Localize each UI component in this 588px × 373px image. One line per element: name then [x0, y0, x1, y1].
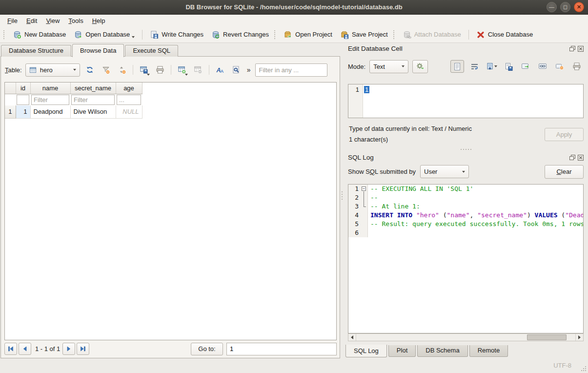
set-null-button[interactable] [553, 60, 567, 73]
float-panel-icon[interactable] [569, 155, 575, 161]
print-icon [572, 62, 581, 71]
goto-input[interactable] [226, 343, 337, 355]
fold-margin [361, 202, 368, 211]
write-changes-button[interactable]: Write Changes [146, 29, 207, 41]
resize-grip[interactable] [581, 366, 586, 371]
font-button[interactable]: AA [214, 63, 226, 76]
menu-item-tools[interactable]: Tools [64, 16, 87, 25]
previous-page-button[interactable] [19, 343, 31, 355]
scrollbar-thumb[interactable] [527, 334, 567, 340]
clear-sort-button[interactable] [116, 63, 128, 76]
filter-input-name[interactable] [31, 95, 69, 105]
close-icon[interactable]: ✕ [574, 2, 584, 12]
title-bar[interactable]: DB Browser for SQLite - /home/user/code/… [0, 0, 588, 15]
maximize-icon[interactable]: ◻ [560, 2, 570, 12]
table-hero: idnamesecret_nameage11DeadpondDive Wilso… [5, 83, 142, 119]
cell-id[interactable]: 1 [16, 105, 30, 118]
column-header-id[interactable]: id [16, 83, 30, 94]
import-data-button[interactable] [485, 60, 498, 73]
chevron-down-icon[interactable] [132, 36, 135, 38]
minimize-icon[interactable]: — [547, 2, 557, 12]
vertical-splitter[interactable] [341, 181, 343, 210]
scroll-left-icon[interactable] [348, 334, 356, 341]
table-select[interactable]: hero [25, 63, 80, 77]
apply-button[interactable]: Apply [545, 128, 584, 141]
grid-corner[interactable] [5, 83, 16, 94]
cell-age[interactable]: NULL [116, 105, 142, 118]
open-database-button[interactable]: Open Database [70, 29, 139, 41]
toolbar-handle[interactable] [3, 30, 6, 39]
clear-log-button[interactable]: Clear [545, 165, 584, 179]
toolbar-handle[interactable] [274, 30, 277, 39]
close-database-button[interactable]: Close Database [472, 29, 537, 41]
first-page-button[interactable] [4, 343, 17, 355]
filter-any-input[interactable] [255, 63, 327, 77]
save-project-button[interactable]: Save Project [336, 29, 392, 41]
close-panel-icon[interactable] [578, 46, 584, 52]
right-dock: Edit Database Cell Mode: Text [344, 43, 588, 358]
cell-secret-name[interactable]: Dive Wilson [70, 105, 116, 118]
cell-editor[interactable]: 1 1 [348, 84, 584, 118]
filter-input-id[interactable] [17, 95, 29, 105]
float-panel-icon[interactable] [569, 46, 575, 52]
menu-item-file[interactable]: File [3, 16, 22, 25]
cell-editor-content[interactable]: 1 [363, 84, 370, 118]
last-page-button[interactable] [77, 343, 89, 355]
dock-tab-db-schema[interactable]: DB Schema [417, 345, 467, 357]
save-table-button[interactable] [138, 63, 150, 76]
sql-source-select[interactable]: User [420, 165, 469, 178]
filter-input-secret-name[interactable] [71, 95, 115, 105]
sql-log-editor[interactable]: 1−-- EXECUTING ALL IN 'SQL 1'2--3-- At l… [348, 184, 584, 333]
menu-item-view[interactable]: View [41, 16, 64, 25]
close-panel-icon[interactable] [578, 155, 584, 161]
goto-button[interactable]: Go to: [191, 343, 223, 355]
sql-log-hscrollbar[interactable] [348, 333, 584, 341]
toolbar-separator [171, 65, 171, 75]
fold-marker-icon[interactable]: − [361, 185, 368, 193]
mode-select[interactable]: Text [369, 60, 408, 73]
dock-tab-remote[interactable]: Remote [469, 345, 508, 357]
tab-database-structure[interactable]: Database Structure [1, 45, 71, 57]
column-header-name[interactable]: name [30, 83, 70, 94]
menu-item-edit[interactable]: Edit [22, 16, 41, 25]
export-data-button[interactable] [502, 60, 515, 73]
refresh-button[interactable] [83, 63, 96, 76]
open-project-button[interactable]: Open Project [280, 29, 336, 41]
open-external-button[interactable] [519, 60, 532, 73]
dock-tab-plot[interactable]: Plot [388, 345, 416, 357]
print-table-button[interactable] [154, 63, 166, 76]
row-header[interactable]: 1 [5, 105, 16, 118]
next-page-button[interactable] [62, 343, 75, 355]
dock-tab-sql-log[interactable]: SQL Log [345, 345, 387, 357]
word-wrap-icon [470, 63, 479, 70]
tab-browse-data[interactable]: Browse Data [72, 44, 124, 57]
font-icon: AA [216, 65, 224, 74]
main-tab-bar: Database StructureBrowse DataExecute SQL [1, 43, 179, 57]
tab-execute-sql[interactable]: Execute SQL [125, 45, 178, 57]
text-mode-button[interactable] [450, 60, 464, 73]
filter-input-age[interactable] [117, 95, 141, 105]
menu-item-help[interactable]: Help [88, 16, 110, 25]
find-in-table-icon [232, 65, 241, 74]
revert-changes-button[interactable]: Revert Changes [207, 29, 273, 41]
column-header-secret-name[interactable]: secret_name [70, 83, 116, 94]
attach-database-button[interactable]: Attach Database [399, 29, 465, 41]
clear-filters-button[interactable] [100, 63, 112, 76]
scroll-right-icon[interactable] [575, 334, 583, 341]
cell-char-count: 1 character(s) [349, 136, 388, 143]
data-grid[interactable]: idnamesecret_nameage11DeadpondDive Wilso… [4, 82, 337, 340]
toolbar-label: Open Database [85, 31, 130, 38]
toolbar-handle[interactable] [393, 30, 396, 39]
print-cell-button[interactable] [570, 60, 584, 73]
auto-switch-mode-button[interactable] [412, 60, 428, 73]
find-in-table-button[interactable] [230, 63, 243, 76]
copy-link-button[interactable] [536, 60, 549, 73]
new-database-button[interactable]: New Database [9, 29, 70, 41]
word-wrap-button[interactable] [467, 60, 481, 73]
toolbar-overflow-button[interactable]: » [246, 66, 252, 74]
horizontal-splitter[interactable] [344, 148, 588, 151]
cell-name[interactable]: Deadpond [30, 105, 70, 118]
column-header-age[interactable]: age [116, 83, 142, 94]
insert-record-button[interactable] [176, 63, 188, 76]
delete-record-button[interactable] [192, 63, 204, 76]
